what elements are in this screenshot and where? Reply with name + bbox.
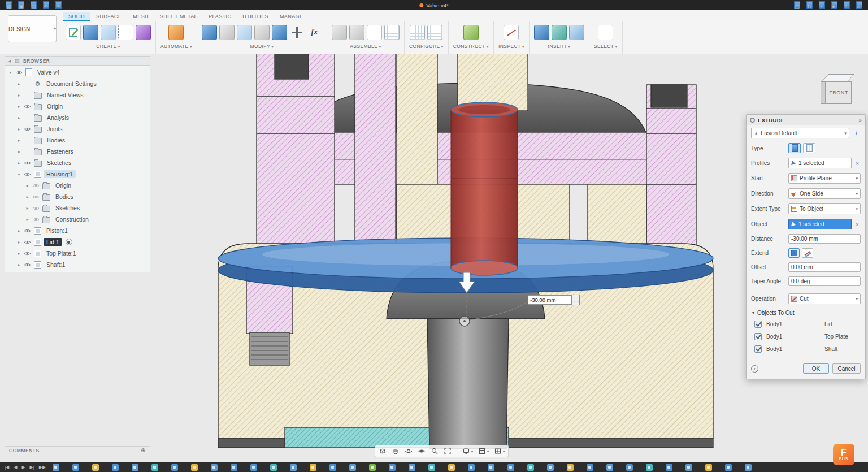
- distance-dimension-input[interactable]: [528, 295, 572, 305]
- expand-arrow-icon[interactable]: ▸: [25, 183, 30, 188]
- timeline-feature-icon[interactable]: [606, 464, 613, 471]
- timeline-feature-icon[interactable]: [92, 464, 99, 471]
- browser-item-label[interactable]: Origin: [44, 102, 66, 110]
- expand-arrow-icon[interactable]: ▸: [16, 127, 21, 132]
- tab-surface[interactable]: SURFACE: [91, 12, 127, 21]
- visibility-eye-icon[interactable]: [24, 172, 32, 177]
- clear-object-icon[interactable]: ×: [854, 221, 861, 228]
- expand-arrow-icon[interactable]: ▸: [16, 81, 21, 86]
- browser-item-bodies[interactable]: ▸Bodies: [5, 191, 150, 202]
- timeline-feature-icon[interactable]: [231, 464, 237, 471]
- browser-item-label[interactable]: Bodies: [53, 193, 76, 201]
- visibility-eye-icon[interactable]: [24, 228, 32, 233]
- joint-icon[interactable]: [349, 25, 364, 40]
- browser-item-label[interactable]: Analysis: [44, 114, 72, 122]
- timeline-feature-icon[interactable]: [626, 464, 633, 471]
- notifications-icon[interactable]: ◔: [819, 1, 825, 9]
- timeline-play-icon[interactable]: ▶: [21, 465, 25, 470]
- tab-solid[interactable]: SOLID: [63, 12, 90, 21]
- activate-component-radio[interactable]: [66, 239, 72, 245]
- browser-item-label[interactable]: Origin: [53, 181, 74, 189]
- group-dropdown-create[interactable]: CREATE: [96, 44, 120, 49]
- browser-item-lid-1[interactable]: ▸Lid:1: [5, 236, 150, 248]
- extend-faces-toggle[interactable]: [788, 248, 800, 258]
- primitives-icon[interactable]: [136, 25, 151, 40]
- insert-mcmaster-icon[interactable]: [552, 25, 567, 40]
- timeline-feature-icon[interactable]: [191, 464, 198, 471]
- create-sketch-icon[interactable]: [66, 25, 81, 40]
- visibility-eye-icon[interactable]: [15, 70, 23, 75]
- timeline-feature-icon[interactable]: [725, 464, 732, 471]
- visibility-eye-icon[interactable]: [32, 217, 40, 222]
- timeline-feature-icon[interactable]: [567, 464, 574, 471]
- visibility-eye-icon[interactable]: [32, 183, 40, 188]
- group-dropdown-construct[interactable]: CONSTRUCT: [453, 44, 489, 49]
- move-copy-icon[interactable]: [289, 25, 305, 40]
- browser-item-label[interactable]: Valve v4: [34, 68, 63, 76]
- group-dropdown-select[interactable]: SELECT: [594, 44, 618, 49]
- automate-icon[interactable]: [168, 25, 184, 40]
- timeline-feature-icon[interactable]: [349, 464, 356, 471]
- extend-taper-toggle[interactable]: [802, 248, 813, 258]
- undo-icon[interactable]: ↶: [43, 1, 49, 9]
- browser-item-top-plate-1[interactable]: ▸Top Plate:1: [5, 248, 150, 259]
- timeline-feature-icon[interactable]: [132, 464, 138, 471]
- expand-arrow-icon[interactable]: ▸: [16, 240, 21, 245]
- display-settings-icon[interactable]: [462, 447, 473, 455]
- timeline-step-back-icon[interactable]: ◀: [14, 465, 17, 470]
- add-comment-icon[interactable]: ⊕: [141, 447, 146, 453]
- browser-item-bodies[interactable]: ▸Bodies: [5, 135, 150, 146]
- orbit-icon[interactable]: [405, 447, 413, 455]
- group-dropdown-inspect[interactable]: INSPECT: [498, 44, 524, 49]
- offset-input[interactable]: [788, 262, 861, 272]
- body-checkbox[interactable]: [754, 321, 762, 328]
- timeline-feature-icon[interactable]: [428, 464, 435, 471]
- expand-arrow-icon[interactable]: ▸: [16, 262, 21, 267]
- profile-avatar-icon[interactable]: ●: [831, 1, 837, 9]
- shell-icon[interactable]: [237, 25, 252, 40]
- save-icon[interactable]: ▤: [31, 1, 37, 9]
- browser-item-valve-v4[interactable]: ▾Valve v4: [5, 67, 150, 78]
- browser-item-label[interactable]: Fasteners: [44, 148, 76, 155]
- timeline-feature-icon[interactable]: [448, 464, 455, 471]
- new-design-icon[interactable]: ▣: [18, 1, 24, 9]
- configuration-table-icon[interactable]: [410, 25, 425, 40]
- timeline-feature-icon[interactable]: [488, 464, 494, 471]
- distance-input[interactable]: [788, 234, 861, 244]
- browser-item-label[interactable]: Shaft:1: [44, 261, 68, 269]
- timeline-feature-icon[interactable]: [250, 464, 257, 471]
- theme-table-icon[interactable]: [427, 25, 442, 40]
- timeline-go-to-end-icon[interactable]: ▶▶: [39, 465, 46, 470]
- measure-icon[interactable]: [504, 25, 519, 40]
- timeline-feature-icon[interactable]: [211, 464, 218, 471]
- fit-icon[interactable]: [444, 447, 452, 455]
- extrude-dialog-titlebar[interactable]: EXTRUDE »: [747, 115, 865, 125]
- type-thin-button[interactable]: [803, 143, 815, 153]
- expand-arrow-icon[interactable]: ▾: [8, 70, 13, 75]
- browser-item-label[interactable]: Bodies: [44, 136, 68, 144]
- browser-item-sketches[interactable]: ▸Sketches: [5, 202, 150, 214]
- browser-item-named-views[interactable]: ▸Named Views: [5, 89, 150, 101]
- new-preset-button[interactable]: +: [852, 129, 861, 137]
- browser-item-label[interactable]: Top Plate:1: [44, 249, 79, 257]
- direction-select[interactable]: One Side ▾: [788, 188, 861, 199]
- timeline-feature-icon[interactable]: [685, 464, 692, 471]
- browser-item-label[interactable]: Named Views: [44, 91, 86, 99]
- timeline-feature-icon[interactable]: [389, 464, 396, 471]
- expand-arrow-icon[interactable]: ▸: [16, 104, 21, 109]
- visibility-eye-icon[interactable]: [24, 127, 32, 132]
- look-at-icon[interactable]: [418, 447, 426, 455]
- browser-item-joints[interactable]: ▸Joints: [5, 123, 150, 135]
- view-cube-front-face[interactable]: FRONT: [826, 81, 852, 104]
- expand-arrow-icon[interactable]: ▸: [16, 115, 21, 120]
- group-dropdown-automate[interactable]: AUTOMATE: [160, 44, 192, 49]
- expand-arrow-icon[interactable]: ▸: [16, 93, 21, 98]
- object-selection-chip[interactable]: 1 selected: [788, 219, 852, 229]
- visibility-eye-icon[interactable]: [24, 262, 32, 267]
- browser-item-label[interactable]: Document Settings: [44, 80, 99, 88]
- insert-derive-icon[interactable]: [534, 25, 549, 40]
- view-cube-left-face[interactable]: [821, 81, 826, 104]
- cancel-button[interactable]: Cancel: [832, 363, 861, 374]
- type-solid-button[interactable]: [788, 143, 801, 153]
- timeline-feature-icon[interactable]: [369, 464, 376, 471]
